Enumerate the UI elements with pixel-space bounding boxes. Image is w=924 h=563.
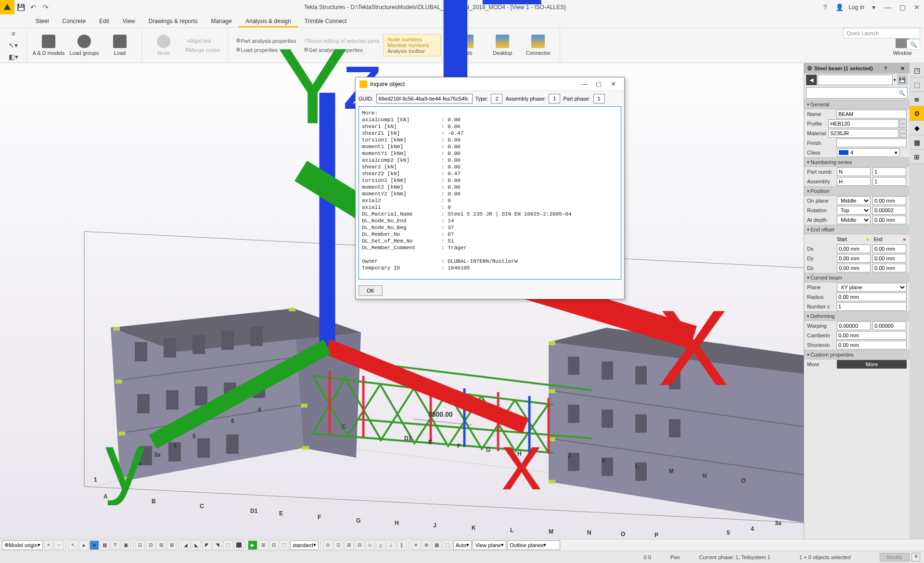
close-panel-icon[interactable]: ✕ bbox=[898, 65, 907, 72]
snap-6[interactable]: △ bbox=[376, 540, 385, 550]
finish-input[interactable] bbox=[836, 139, 907, 147]
dx-start-input[interactable] bbox=[837, 244, 871, 253]
tb-green[interactable]: ▶ bbox=[248, 540, 257, 550]
gear-icon[interactable]: ⚙ bbox=[807, 65, 812, 72]
snap-8[interactable]: ∥ bbox=[397, 540, 407, 550]
rotation-value-input[interactable] bbox=[873, 206, 906, 215]
profile-input[interactable] bbox=[828, 119, 898, 128]
redo-icon[interactable]: ↷ bbox=[39, 0, 52, 14]
snap-3[interactable]: ⊞ bbox=[344, 540, 354, 550]
tb-c[interactable]: ⊞ bbox=[156, 540, 166, 550]
select-filter-icon[interactable]: ◧▾ bbox=[0, 51, 26, 63]
hamburger-icon[interactable]: ≡ bbox=[0, 28, 26, 39]
warping1-input[interactable] bbox=[837, 321, 871, 330]
save-icon[interactable]: 💾 bbox=[14, 0, 27, 14]
view-plane-combo[interactable]: View plane ▾ bbox=[473, 540, 506, 550]
type-field[interactable] bbox=[491, 94, 502, 103]
atdepth-combo[interactable]: Middle bbox=[837, 216, 871, 224]
tb1[interactable]: + bbox=[44, 540, 53, 550]
snap-12[interactable]: ⬚ bbox=[443, 540, 452, 550]
name-input[interactable] bbox=[836, 110, 907, 118]
tb-l[interactable]: ⊟ bbox=[269, 540, 279, 550]
tb-a[interactable]: ⊡ bbox=[135, 540, 145, 550]
section-numbering[interactable]: Numbering series bbox=[804, 157, 910, 167]
onplane-offset-input[interactable] bbox=[873, 196, 906, 205]
sel-dots[interactable]: ⠿ bbox=[111, 540, 120, 550]
sidetab-3[interactable]: ≣ bbox=[910, 92, 924, 106]
dialog-maximize-icon[interactable]: ▢ bbox=[591, 80, 606, 88]
sel-blue[interactable]: ■ bbox=[90, 540, 99, 550]
assembly-phase-field[interactable] bbox=[549, 94, 560, 103]
asm-start-input[interactable] bbox=[873, 177, 906, 186]
snap-10[interactable]: ⊗ bbox=[422, 540, 431, 550]
status-cancel-icon[interactable]: ✕ bbox=[911, 553, 920, 562]
outline-planes-combo[interactable]: Outline planes ▾ bbox=[507, 540, 560, 550]
tb-h[interactable]: ◥ bbox=[213, 540, 222, 550]
ok-button[interactable]: OK bbox=[359, 285, 383, 296]
snap-9[interactable]: ✕ bbox=[411, 540, 421, 550]
modify-button[interactable]: Modify bbox=[880, 553, 910, 562]
material-browse-button[interactable]: ... bbox=[899, 129, 907, 138]
auto-combo[interactable]: Auto ▾ bbox=[453, 540, 472, 550]
sidetab-6[interactable]: ▦ bbox=[910, 135, 924, 150]
snap-11[interactable]: ▦ bbox=[432, 540, 442, 550]
tb-k[interactable]: ⊞ bbox=[258, 540, 268, 550]
warping2-input[interactable] bbox=[873, 321, 906, 330]
sel-part[interactable]: ▲ bbox=[79, 540, 89, 550]
snap-5[interactable]: ◇ bbox=[365, 540, 375, 550]
more-button[interactable]: More bbox=[837, 360, 907, 369]
sel-grid[interactable]: ▦ bbox=[100, 540, 110, 550]
snap-4[interactable]: ⊟ bbox=[355, 540, 364, 550]
section-custom[interactable]: Custom properties bbox=[804, 350, 910, 359]
tb-m[interactable]: ⬚ bbox=[280, 540, 289, 550]
rotation-combo[interactable]: Top bbox=[837, 206, 871, 215]
tb-e[interactable]: ◢ bbox=[181, 540, 191, 550]
sel-asm[interactable]: ▣ bbox=[121, 540, 131, 550]
tb-j[interactable]: ⬛ bbox=[234, 540, 244, 550]
menu-steel[interactable]: Steel bbox=[29, 15, 55, 27]
shorten-input[interactable] bbox=[836, 341, 907, 349]
snap-7[interactable]: ⊥ bbox=[386, 540, 396, 550]
sidetab-7[interactable]: ⊞ bbox=[910, 150, 924, 164]
plane-combo[interactable]: XY plane bbox=[837, 283, 907, 292]
numc-input[interactable] bbox=[836, 302, 907, 311]
help-pin-icon[interactable]: ? bbox=[882, 65, 889, 71]
class-combo[interactable]: 4▾ bbox=[837, 148, 899, 157]
camber-input[interactable] bbox=[836, 331, 907, 340]
inquire-text-area[interactable]: More: axialcomp1 [kN] : 0.00 shear1 [kN]… bbox=[359, 106, 621, 280]
sel-cursor[interactable]: ↖ bbox=[68, 540, 78, 550]
sidetab-1[interactable]: ◳ bbox=[910, 63, 924, 77]
undo-icon[interactable]: ↶ bbox=[27, 0, 39, 14]
cursor-icon[interactable]: ↖▾ bbox=[0, 39, 26, 51]
sidetab-2[interactable]: ⬚ bbox=[910, 77, 924, 92]
section-curved[interactable]: Curved beam bbox=[804, 273, 910, 282]
dx-end-input[interactable] bbox=[873, 244, 906, 253]
tb-d[interactable]: ⊠ bbox=[167, 540, 177, 550]
tb2[interactable]: − bbox=[54, 540, 64, 550]
part-phase-field[interactable] bbox=[593, 94, 605, 103]
material-input[interactable] bbox=[828, 129, 898, 138]
radius-input[interactable] bbox=[836, 293, 907, 301]
tb-g[interactable]: ◤ bbox=[202, 540, 212, 550]
guid-field[interactable] bbox=[376, 94, 473, 103]
dy-start-input[interactable] bbox=[837, 254, 871, 263]
section-endoffset[interactable]: End offset bbox=[804, 225, 910, 234]
onplane-combo[interactable]: Middle bbox=[837, 196, 871, 205]
dialog-minimize-icon[interactable]: — bbox=[577, 80, 591, 88]
dialog-close-icon[interactable]: ✕ bbox=[606, 80, 620, 88]
back-icon[interactable]: ◀ bbox=[806, 75, 817, 85]
asm-prefix-input[interactable] bbox=[837, 177, 871, 186]
section-position[interactable]: Position bbox=[804, 186, 910, 196]
partnum-prefix-input[interactable] bbox=[837, 167, 871, 176]
dz-end-input[interactable] bbox=[873, 264, 906, 272]
save-preset-icon[interactable]: 💾 bbox=[897, 75, 908, 85]
tb-b[interactable]: ⊟ bbox=[146, 540, 155, 550]
tb-f[interactable]: ◣ bbox=[192, 540, 201, 550]
profile-browse-button[interactable]: ... bbox=[899, 119, 907, 128]
sidetab-4[interactable]: ⚙ bbox=[910, 106, 924, 121]
preset-combo[interactable] bbox=[818, 75, 893, 85]
model-origin-combo[interactable]: ⊕ Model origin ▾ bbox=[2, 540, 43, 550]
snap-2[interactable]: ⊡ bbox=[334, 540, 343, 550]
dz-start-input[interactable] bbox=[837, 264, 871, 272]
tb-i[interactable]: ⬚ bbox=[223, 540, 233, 550]
